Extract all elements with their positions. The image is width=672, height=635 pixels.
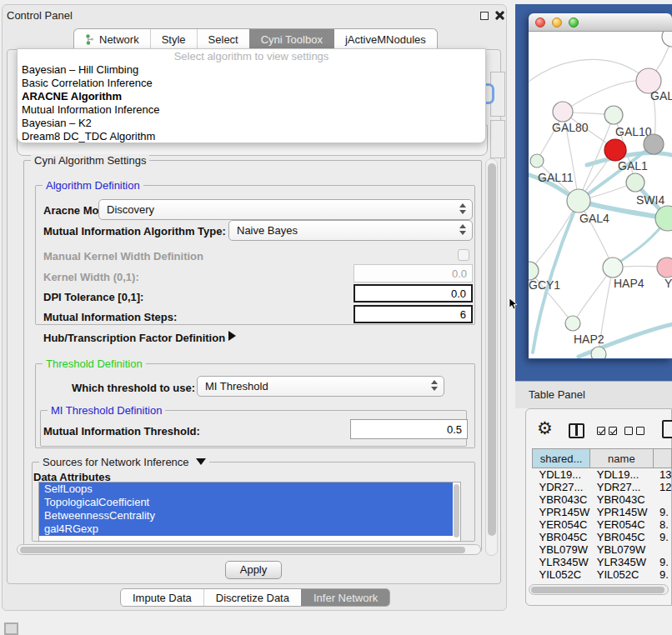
table-cell[interactable]: YIL052C: [533, 568, 590, 581]
table-cell[interactable]: YDR27...: [533, 481, 590, 493]
table-cell[interactable]: 13: [653, 468, 671, 482]
select-all-checkboxes-icon[interactable]: [597, 427, 617, 435]
node-hap4[interactable]: [603, 258, 623, 278]
tab-discretize-data[interactable]: Discretize Data: [203, 589, 301, 606]
table-cell[interactable]: YPR145W: [533, 506, 590, 518]
table-cell[interactable]: 9.: [653, 556, 671, 568]
table-cell[interactable]: YIL052C: [590, 568, 653, 581]
node-gray[interactable]: [644, 134, 664, 154]
node-gal1[interactable]: [626, 173, 644, 192]
algorithm-option[interactable]: Basic Correlation Inference: [18, 77, 485, 90]
tab-network[interactable]: Network: [74, 29, 150, 50]
node-gal4[interactable]: [567, 189, 590, 212]
table-cell[interactable]: 8.: [653, 518, 671, 531]
algorithm-option[interactable]: Dream8 DC_TDC Algorithm: [18, 130, 485, 143]
expand-right-icon[interactable]: [228, 331, 236, 341]
node-attribute-table[interactable]: shared... name YDL19...YDL19...13YDR27..…: [532, 448, 672, 581]
table-cell[interactable]: YER054C: [590, 518, 653, 531]
node-gal10[interactable]: [604, 106, 623, 124]
tab-infer-network[interactable]: Infer Network: [301, 589, 389, 606]
table-cell[interactable]: YLR345W: [590, 556, 653, 568]
settings-horizontal-scrollbar[interactable]: [17, 544, 481, 555]
aracne-mode-combobox[interactable]: Discovery: [98, 199, 473, 220]
algorithm-option[interactable]: Mutual Information Inference: [18, 103, 485, 117]
table-cell[interactable]: YBR043C: [533, 493, 590, 506]
page-icon[interactable]: [662, 420, 672, 438]
table-cell[interactable]: 9.: [653, 506, 671, 518]
close-panel-icon[interactable]: [494, 10, 505, 21]
table-cell[interactable]: 9.: [653, 568, 671, 581]
data-attribute-item-selected[interactable]: gal4RGexp: [39, 522, 453, 536]
which-threshold-combobox[interactable]: MI Threshold: [197, 376, 444, 397]
apply-button[interactable]: Apply: [225, 561, 282, 579]
table-row[interactable]: YDL19...YDL19...13: [533, 468, 672, 482]
zoom-window-icon[interactable]: [569, 18, 579, 28]
list-scrollbar[interactable]: [454, 484, 459, 538]
node-gcy1[interactable]: [529, 262, 539, 280]
node-top-corner[interactable]: [662, 32, 672, 47]
table-row[interactable]: YIL052CYIL052C9.: [533, 568, 672, 581]
settings-vertical-scrollbar[interactable]: [485, 158, 498, 556]
algorithm-option[interactable]: Bayesian – Hill Climbing: [18, 63, 485, 77]
table-cell[interactable]: YBL079W: [533, 543, 590, 556]
tab-cyni-toolbox[interactable]: Cyni Toolbox: [249, 29, 333, 50]
data-attribute-item-selected[interactable]: SelfLoops: [39, 482, 453, 496]
network-canvas[interactable]: GALGAL80GAL10GAL1GAL11GAL4SWI4GCY1HAP4YH…: [529, 32, 672, 358]
algorithm-option[interactable]: Bayesian – K2: [18, 117, 485, 130]
table-cell[interactable]: [653, 543, 671, 556]
table-row[interactable]: YPR145WYPR145W9.: [533, 506, 672, 518]
network-window-titlebar[interactable]: [529, 13, 672, 32]
tab-jactivemnodules[interactable]: jActiveMNodules: [333, 29, 437, 50]
node-pink-right[interactable]: [657, 258, 672, 278]
table-cell[interactable]: YBR043C: [590, 493, 653, 506]
tab-select[interactable]: Select: [197, 29, 249, 50]
data-attribute-item-selected[interactable]: TopologicalCoefficient: [39, 496, 453, 509]
table-cell[interactable]: YBR045C: [533, 531, 590, 543]
tab-style[interactable]: Style: [150, 29, 197, 50]
node-bottom[interactable]: [591, 347, 606, 358]
table-horizontal-scrollbar[interactable]: [529, 584, 669, 595]
table-cell[interactable]: 9.: [653, 531, 671, 543]
table-cell[interactable]: YBL079W: [590, 543, 653, 556]
table-row[interactable]: YBR043CYBR043C: [533, 493, 672, 506]
column-header-clipped[interactable]: [653, 449, 671, 468]
float-panel-icon[interactable]: [480, 12, 489, 20]
mi-threshold-field[interactable]: 0.5: [350, 419, 468, 439]
table-cell[interactable]: YDL19...: [590, 468, 653, 482]
mi-algorithm-type-combobox[interactable]: Naive Bayes: [228, 220, 473, 241]
table-cell[interactable]: YPR145W: [590, 506, 653, 518]
column-header-shared-name[interactable]: shared...: [533, 449, 590, 468]
network-edge[interactable]: [529, 201, 579, 271]
column-header-name[interactable]: name: [590, 449, 653, 468]
table-row[interactable]: YBR045CYBR045C9.: [533, 531, 672, 543]
table-cell[interactable]: YDL19...: [533, 468, 590, 482]
tab-impute-data[interactable]: Impute Data: [121, 589, 203, 606]
table-row[interactable]: YLR345WYLR345W9.: [533, 556, 672, 568]
dpi-tolerance-field[interactable]: 0.0: [354, 284, 473, 302]
split-columns-icon[interactable]: [569, 423, 584, 438]
settings-gear-icon[interactable]: ⚙: [537, 419, 553, 437]
network-edge[interactable]: [529, 59, 649, 82]
table-cell[interactable]: [653, 493, 671, 506]
table-cell[interactable]: YLR345W: [533, 556, 590, 568]
data-attributes-list[interactable]: SelfLoopsTopologicalCoefficientBetweenne…: [38, 482, 461, 542]
node-hap2[interactable]: [565, 316, 580, 331]
table-row[interactable]: YDR27...YDR27...12: [533, 481, 672, 493]
table-row[interactable]: YER054CYER054C8.: [533, 518, 672, 531]
data-attribute-item-selected[interactable]: BetweennessCentrality: [39, 509, 453, 522]
table-cell[interactable]: YBR045C: [590, 531, 653, 543]
deselect-all-checkboxes-icon[interactable]: [624, 427, 644, 435]
node-red[interactable]: [604, 139, 626, 161]
mi-steps-field[interactable]: 6: [354, 305, 473, 323]
algorithm-option[interactable]: ARACNE Algorithm: [18, 90, 485, 103]
manual-kernel-width-checkbox[interactable]: [458, 249, 469, 261]
network-edge[interactable]: [563, 80, 649, 112]
table-cell[interactable]: 12: [653, 481, 671, 493]
panel-grip-button[interactable]: [4, 622, 18, 635]
table-cell[interactable]: YDR27...: [590, 481, 653, 493]
node-gal80[interactable]: [553, 102, 573, 122]
node-gal11[interactable]: [530, 154, 544, 168]
minimize-window-icon[interactable]: [552, 18, 562, 28]
close-window-icon[interactable]: [535, 18, 545, 28]
kernel-width-field[interactable]: 0.0: [354, 264, 473, 282]
